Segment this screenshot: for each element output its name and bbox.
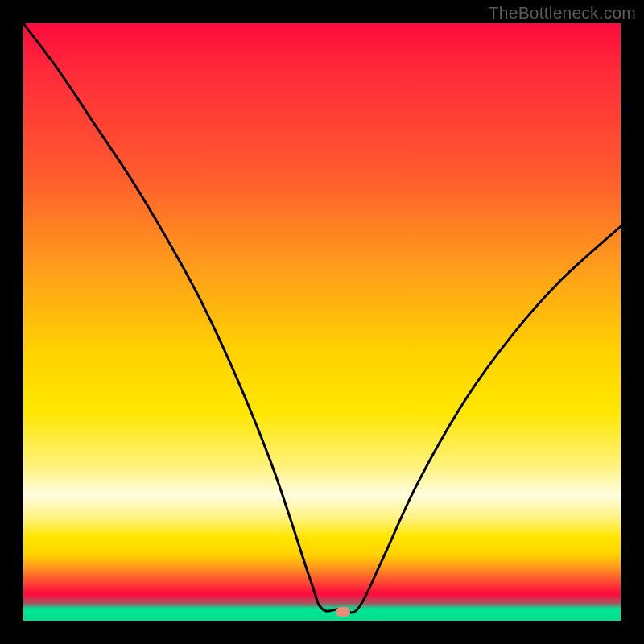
watermark-text: TheBottleneck.com (489, 3, 636, 23)
optimal-point-marker (336, 607, 350, 617)
plot-area (23, 23, 621, 621)
chart-stage: TheBottleneck.com (0, 0, 644, 644)
bottleneck-curve (23, 23, 621, 621)
